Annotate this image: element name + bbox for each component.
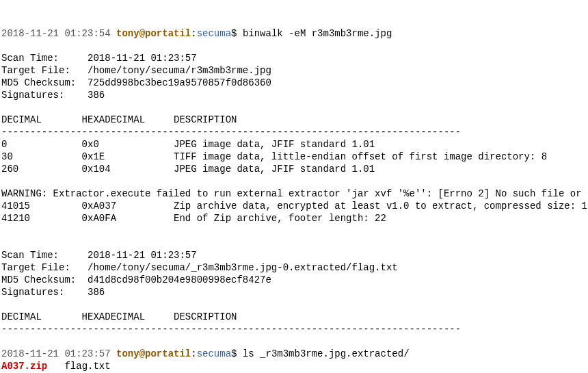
prompt-line[interactable]: 2018-11-21 01:23:54 tony@portatil:secuma… xyxy=(1,27,587,40)
cwd: secuma xyxy=(197,28,231,39)
output-line xyxy=(1,175,587,188)
output-line: MD5 Checksum: d41d8cd98f00b204e9800998ec… xyxy=(1,274,587,286)
output-line: MD5 Checksum: 725dd998bc3bec19a9570857f0… xyxy=(1,77,587,89)
output-line xyxy=(1,224,587,237)
separator: : xyxy=(191,348,196,359)
output-line: DECIMAL HEXADECIMAL DESCRIPTION xyxy=(1,114,587,126)
output-line: Target File: /home/tony/secuma/r3m3mb3rm… xyxy=(1,64,587,77)
output-line: Target File: /home/tony/secuma/_r3m3mb3r… xyxy=(1,261,587,274)
output-line: Scan Time: 2018-11-21 01:23:57 xyxy=(1,249,587,261)
output-line xyxy=(1,40,587,52)
output-line: 30 0x1E TIFF image data, little-endian o… xyxy=(1,151,587,163)
output-line xyxy=(1,237,587,249)
ls-output: A037.zip flag.txt xyxy=(1,360,587,372)
output-line: DECIMAL HEXADECIMAL DESCRIPTION xyxy=(1,311,587,323)
archive-file: A037.zip xyxy=(1,361,47,372)
terminal-output: 2018-11-21 01:23:54 tony@portatil:secuma… xyxy=(1,27,587,373)
output-line xyxy=(1,101,587,114)
file-list: flag.txt xyxy=(47,361,110,372)
output-line: Signatures: 386 xyxy=(1,89,587,101)
cwd: secuma xyxy=(197,348,231,359)
output-line: 260 0x104 JPEG image data, JFIF standard… xyxy=(1,163,587,175)
prompt-symbol: $ xyxy=(231,28,243,39)
output-line: 0 0x0 JPEG image data, JFIF standard 1.0… xyxy=(1,138,587,151)
output-line: 41210 0xA0FA End of Zip archive, footer … xyxy=(1,212,587,224)
output-line: ----------------------------------------… xyxy=(1,126,587,138)
output-line: Scan Time: 2018-11-21 01:23:57 xyxy=(1,52,587,64)
separator: : xyxy=(191,28,196,39)
command: binwalk -eM r3m3mb3rme.jpg xyxy=(243,28,392,39)
command: ls _r3m3mb3rme.jpg.extracted/ xyxy=(243,348,410,359)
prompt-line[interactable]: 2018-11-21 01:23:57 tony@portatil:secuma… xyxy=(1,348,587,360)
output-line: Signatures: 386 xyxy=(1,286,587,298)
timestamp: 2018-11-21 01:23:57 xyxy=(1,348,116,359)
output-line: 41015 0xA037 Zip archive data, encrypted… xyxy=(1,200,587,212)
user-host: tony@portatil xyxy=(116,348,191,359)
output-line: WARNING: Extractor.execute failed to run… xyxy=(1,188,587,200)
user-host: tony@portatil xyxy=(116,28,191,39)
prompt-symbol: $ xyxy=(231,348,243,359)
output-line: ----------------------------------------… xyxy=(1,323,587,335)
timestamp: 2018-11-21 01:23:54 xyxy=(1,28,116,39)
output-line xyxy=(1,298,587,311)
output-line xyxy=(1,335,587,348)
